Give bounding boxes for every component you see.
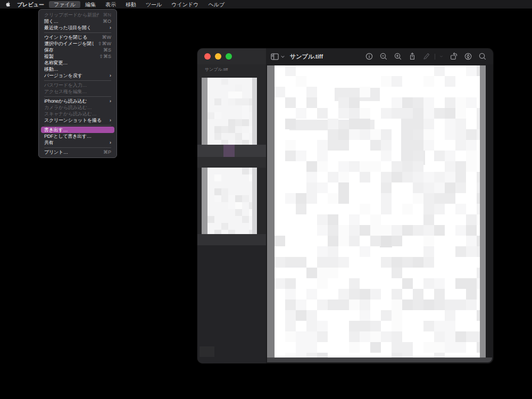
file-menu-item[interactable]: バージョンを戻す› xyxy=(41,72,114,79)
zoom-out-icon[interactable] xyxy=(379,52,388,61)
mosaic-cell xyxy=(296,342,306,353)
markup-toolbar-icon[interactable] xyxy=(464,52,472,61)
menubar-item[interactable]: ウインドウ xyxy=(167,1,203,8)
mosaic-cell xyxy=(466,236,477,246)
file-menu-item[interactable]: ウインドウを閉じる⌘W xyxy=(41,34,114,40)
page-thumbnail-2[interactable] xyxy=(202,168,257,234)
menu-item-label: スクリーンショットを撮る xyxy=(44,117,105,124)
mosaic-cell xyxy=(338,172,349,182)
mosaic-cell xyxy=(360,331,370,342)
mosaic-cell xyxy=(349,321,360,331)
page-thumbnail-1[interactable] xyxy=(202,78,257,145)
file-menu-item[interactable]: iPhoneから読み込む› xyxy=(41,98,114,104)
mosaic-cell xyxy=(477,236,480,246)
mosaic-cell xyxy=(249,174,252,181)
close-button[interactable] xyxy=(204,53,211,60)
mosaic-cell xyxy=(434,331,445,342)
mosaic-cell xyxy=(477,193,480,204)
mosaic-cell xyxy=(360,87,370,97)
file-menu-item[interactable]: 複製⇧⌘S xyxy=(41,53,114,60)
mosaic-cell xyxy=(423,204,434,214)
mosaic-cell xyxy=(296,204,306,214)
rotate-left-icon[interactable] xyxy=(450,52,458,61)
zoom-in-icon[interactable] xyxy=(394,52,402,61)
mosaic-cell xyxy=(381,108,392,119)
menubar-item[interactable]: 編集 xyxy=(80,1,101,8)
mosaic-cell xyxy=(466,225,477,236)
search-icon[interactable] xyxy=(478,52,487,61)
mosaic-cell xyxy=(360,119,370,129)
mosaic-cell xyxy=(423,246,434,257)
mosaic-cell xyxy=(306,321,317,331)
file-menu-item[interactable]: 選択中のイメージを閉じる⇧⌘W xyxy=(41,40,114,47)
mosaic-cell xyxy=(235,85,242,92)
mosaic-cell xyxy=(445,129,455,140)
mosaic-cell xyxy=(235,119,242,126)
mosaic-cell xyxy=(402,204,413,214)
menubar-item[interactable]: ツール xyxy=(141,1,167,8)
mosaic-cell xyxy=(445,97,455,108)
mosaic-cell xyxy=(455,140,466,151)
menubar-item[interactable]: プレビュー xyxy=(12,1,49,8)
mosaic-cell xyxy=(434,182,445,193)
mosaic-cell xyxy=(242,112,249,119)
menubar-item[interactable]: 移動 xyxy=(121,1,141,8)
mosaic-cell xyxy=(349,97,360,108)
mosaic-cell xyxy=(360,129,370,140)
mosaic-cell xyxy=(275,236,285,246)
file-menu-item[interactable]: 共有› xyxy=(41,139,114,146)
mosaic-cell xyxy=(445,151,455,161)
mosaic-cell xyxy=(349,342,360,353)
menu-bar: プレビューファイル編集表示移動ツールウインドウヘルプ xyxy=(0,0,532,9)
mosaic-cell xyxy=(249,230,252,234)
menubar-item[interactable]: 表示 xyxy=(101,1,121,8)
mosaic-cell xyxy=(477,342,480,353)
mosaic-cell xyxy=(434,289,445,300)
sidebar-toggle-icon[interactable] xyxy=(270,52,279,61)
mosaic-cell xyxy=(306,97,317,108)
share-icon[interactable] xyxy=(408,52,417,61)
file-menu-item[interactable]: 名称変更… xyxy=(41,60,114,66)
mosaic-cell xyxy=(338,140,349,151)
mosaic-cell xyxy=(235,209,242,216)
mosaic-cell xyxy=(360,321,370,331)
file-menu-item[interactable]: スクリーンショットを撮る› xyxy=(41,117,114,123)
mosaic-cell xyxy=(306,161,317,172)
file-menu-item[interactable]: 保存⌘S xyxy=(41,47,114,53)
mosaic-cell xyxy=(338,289,349,300)
file-menu-item[interactable]: 書き出す… xyxy=(41,127,114,133)
blurred-block xyxy=(380,234,392,247)
file-menu-item[interactable]: 最近使った項目を開く› xyxy=(41,24,114,31)
window-toolbar: サンプル.tiff xyxy=(266,48,493,64)
mosaic-cell xyxy=(317,151,328,161)
window-titlebar: サンプル.tiff xyxy=(197,48,493,64)
mosaic-cell xyxy=(402,342,413,353)
mosaic-cell xyxy=(466,129,477,140)
mosaic-cell xyxy=(392,331,402,342)
file-menu-item[interactable]: 開く…⌘O xyxy=(41,18,114,24)
mosaic-cell xyxy=(402,278,413,289)
mosaic-cell xyxy=(445,119,455,129)
menubar-item[interactable]: ファイル xyxy=(49,1,80,8)
mosaic-cell xyxy=(328,246,338,257)
file-menu-item[interactable]: プリント…⌘P xyxy=(41,149,114,155)
horizontal-scrollbar-track[interactable] xyxy=(267,358,492,362)
mosaic-cell xyxy=(392,300,402,310)
mosaic-cell xyxy=(349,278,360,289)
mosaic-cell xyxy=(296,300,306,310)
apple-icon[interactable] xyxy=(5,1,11,7)
mosaic-cell xyxy=(466,97,477,108)
minimize-button[interactable] xyxy=(215,53,221,60)
menubar-item[interactable]: ヘルプ xyxy=(204,1,230,8)
zoom-button[interactable] xyxy=(226,53,232,60)
mosaic-cell xyxy=(455,331,466,342)
chevron-down-icon[interactable] xyxy=(280,54,285,59)
mosaic-cell xyxy=(328,119,338,129)
mosaic-cell xyxy=(402,172,413,182)
info-icon[interactable] xyxy=(365,52,373,61)
mosaic-cell xyxy=(306,87,317,97)
mosaic-cell xyxy=(466,331,477,342)
file-menu-item[interactable]: 移動… xyxy=(41,66,114,72)
file-menu-item[interactable]: PDFとして書き出す… xyxy=(41,133,114,139)
mosaic-cell xyxy=(228,98,235,105)
